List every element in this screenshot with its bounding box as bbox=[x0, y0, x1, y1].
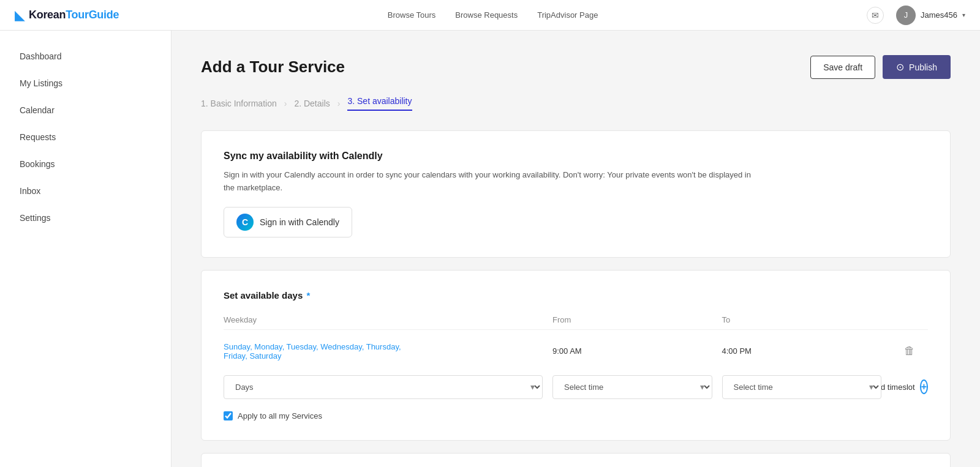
logo-icon: ◣ bbox=[15, 7, 25, 23]
message-icon[interactable]: ✉ bbox=[867, 7, 884, 24]
nav-links: Browse Tours Browse Requests TripAdvisor… bbox=[388, 10, 598, 20]
apply-all-label[interactable]: Apply to all my Services bbox=[238, 411, 322, 420]
step-chevron-2: › bbox=[337, 99, 341, 108]
user-name: James456 bbox=[921, 10, 957, 20]
days-select[interactable]: Days Sunday Monday Tuesday Wednesday Thu… bbox=[224, 376, 542, 398]
apply-all-row: Apply to all my Services bbox=[224, 411, 928, 420]
user-dropdown-arrow: ▾ bbox=[962, 12, 965, 18]
save-draft-button[interactable]: Save draft bbox=[810, 56, 875, 79]
avail-to-cell: 4:00 PM bbox=[722, 346, 882, 356]
add-timeslot-button[interactable]: Click to Add timeslot + bbox=[891, 379, 928, 394]
from-time-select-wrapper: Select time 12:00 AM12:30 AM1:00 AM 9:00… bbox=[552, 375, 712, 399]
nav-browse-requests[interactable]: Browse Requests bbox=[455, 10, 518, 20]
to-time-select[interactable]: Select time 12:00 AM12:30 AM1:00 AM 4:00… bbox=[723, 376, 881, 398]
logo-text: KoreanTourGuide bbox=[29, 9, 119, 21]
publish-icon: ⊙ bbox=[896, 61, 904, 73]
sidebar-item-my-listings[interactable]: My Listings bbox=[0, 70, 171, 97]
sidebar-item-calendar[interactable]: Calendar bbox=[0, 97, 171, 124]
logo[interactable]: ◣ KoreanTourGuide bbox=[15, 7, 119, 23]
step-chevron-1: › bbox=[284, 99, 287, 108]
delete-timeslot-button[interactable]: 🗑 bbox=[891, 345, 928, 357]
nav-tripadvisor[interactable]: TripAdvisor Page bbox=[537, 10, 598, 20]
calendly-signin-button[interactable]: C Sign in with Calendly bbox=[224, 207, 352, 237]
calendly-card: Sync my availability with Calendly Sign … bbox=[201, 130, 951, 258]
availability-table: Weekday From To Sunday, Monday, Tuesday,… bbox=[224, 310, 928, 399]
avail-from-cell: 9:00 AM bbox=[552, 346, 712, 356]
unavailable-days-card: Set unavailable days bbox=[201, 453, 951, 467]
calendly-logo-icon: C bbox=[236, 214, 254, 231]
calendly-title: Sync my availability with Calendly bbox=[224, 151, 928, 162]
user-badge[interactable]: J James456 ▾ bbox=[896, 6, 965, 25]
required-indicator: * bbox=[304, 290, 310, 301]
sidebar-item-requests[interactable]: Requests bbox=[0, 124, 171, 151]
days-select-wrapper: Days Sunday Monday Tuesday Wednesday Thu… bbox=[224, 375, 543, 399]
sidebar-item-bookings[interactable]: Bookings bbox=[0, 151, 171, 177]
sidebar-item-dashboard[interactable]: Dashboard bbox=[0, 43, 171, 70]
apply-all-checkbox[interactable] bbox=[224, 411, 233, 420]
main-content: Add a Tour Service Save draft ⊙ Publish … bbox=[172, 31, 980, 467]
steps-nav: 1. Basic Information › 2. Details › 3. S… bbox=[201, 96, 951, 111]
avail-table-header: Weekday From To bbox=[224, 310, 928, 330]
nav-browse-tours[interactable]: Browse Tours bbox=[388, 10, 436, 20]
header-actions: Save draft ⊙ Publish bbox=[810, 55, 951, 79]
available-days-title: Set available days * bbox=[224, 290, 928, 301]
avail-days-cell: Sunday, Monday, Tuesday, Wednesday, Thur… bbox=[224, 342, 543, 361]
step-set-availability[interactable]: 3. Set availability bbox=[347, 96, 412, 111]
page-header: Add a Tour Service Save draft ⊙ Publish bbox=[201, 55, 951, 79]
sidebar: Dashboard My Listings Calendar Requests … bbox=[0, 31, 172, 467]
table-row: Sunday, Monday, Tuesday, Wednesday, Thur… bbox=[224, 337, 928, 365]
top-nav: ◣ KoreanTourGuide Browse Tours Browse Re… bbox=[0, 0, 980, 31]
to-time-select-wrapper: Select time 12:00 AM12:30 AM1:00 AM 4:00… bbox=[722, 375, 882, 399]
sidebar-item-settings[interactable]: Settings bbox=[0, 204, 171, 231]
page-title: Add a Tour Service bbox=[201, 58, 345, 77]
step-details[interactable]: 2. Details bbox=[294, 99, 330, 108]
avatar: J bbox=[896, 6, 916, 25]
calendly-description: Sign in with your Calendly account in or… bbox=[224, 169, 763, 195]
step-basic-info[interactable]: 1. Basic Information bbox=[201, 99, 277, 108]
plus-icon: + bbox=[920, 379, 928, 394]
nav-right: ✉ J James456 ▾ bbox=[867, 6, 965, 25]
sidebar-item-inbox[interactable]: Inbox bbox=[0, 177, 171, 204]
available-days-card: Set available days * Weekday From To Sun… bbox=[201, 270, 951, 441]
from-time-select[interactable]: Select time 12:00 AM12:30 AM1:00 AM 9:00… bbox=[553, 376, 712, 398]
publish-button[interactable]: ⊙ Publish bbox=[883, 55, 951, 79]
add-slot-row: Days Sunday Monday Tuesday Wednesday Thu… bbox=[224, 375, 928, 399]
